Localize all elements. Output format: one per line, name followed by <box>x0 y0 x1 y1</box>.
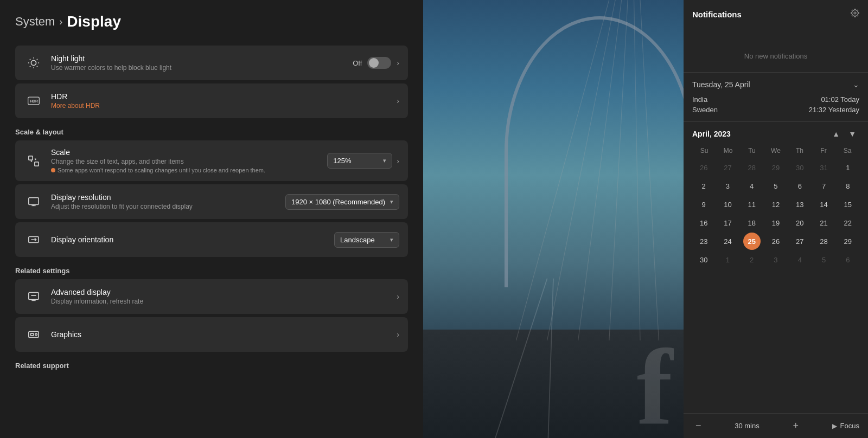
scale-setting[interactable]: Scale Change the size of text, apps, and… <box>15 140 408 181</box>
advanced-display-setting[interactable]: Advanced display Display information, re… <box>15 279 408 314</box>
hdr-control: › <box>397 96 399 105</box>
calendar-day[interactable]: 28 <box>815 233 833 250</box>
focus-plus-btn[interactable]: + <box>789 419 802 433</box>
related-support-header: Related support <box>15 362 408 370</box>
focus-label: Focus <box>840 422 859 430</box>
calendar-day[interactable]: 29 <box>839 233 857 250</box>
calendar-day[interactable]: 20 <box>791 214 808 231</box>
calendar-day[interactable]: 5 <box>767 177 784 195</box>
scale-control[interactable]: 125% ▾ › <box>327 153 399 169</box>
calendar-day[interactable]: 7 <box>815 177 833 195</box>
calendar-day[interactable]: 30 <box>695 251 712 268</box>
display-orientation-control[interactable]: Landscape ▾ <box>334 232 399 248</box>
calendar-day[interactable]: 26 <box>767 233 784 250</box>
display-orientation-info: Display orientation <box>51 235 327 244</box>
advanced-display-chevron: › <box>397 292 399 301</box>
calendar-day[interactable]: 11 <box>743 196 761 213</box>
night-light-setting[interactable]: Night light Use warmer colors to help bl… <box>15 46 408 80</box>
svg-line-29 <box>640 0 659 340</box>
calendar-day[interactable]: 6 <box>839 251 857 268</box>
scale-title: Scale <box>51 148 320 157</box>
calendar-day[interactable]: 9 <box>695 196 712 213</box>
calendar-day[interactable]: 29 <box>767 159 784 176</box>
calendar-day[interactable]: 1 <box>839 159 857 176</box>
hdr-info: HDR More about HDR <box>51 92 389 110</box>
calendar-day[interactable]: 21 <box>815 214 833 231</box>
date-header: Tuesday, 25 April ⌄ <box>692 80 859 89</box>
calendar-day[interactable]: 13 <box>791 196 808 213</box>
calendar-day[interactable]: 22 <box>839 214 857 231</box>
calendar-prev-btn[interactable]: ▲ <box>829 128 843 139</box>
display-resolution-control[interactable]: 1920 × 1080 (Recommended) ▾ <box>285 194 399 210</box>
calendar-day[interactable]: 30 <box>791 159 808 176</box>
svg-rect-12 <box>35 162 39 165</box>
calendar-day[interactable]: 15 <box>839 196 857 213</box>
calendar-day-name: Fr <box>812 145 835 157</box>
calendar-day[interactable]: 26 <box>695 159 712 176</box>
calendar-day[interactable]: 27 <box>791 233 808 250</box>
notifications-settings-icon[interactable] <box>851 9 859 20</box>
breadcrumb-system[interactable]: System <box>15 15 55 29</box>
svg-point-32 <box>854 12 856 14</box>
calendar-day[interactable]: 23 <box>695 233 712 250</box>
graphics-info: Graphics <box>51 330 389 339</box>
breadcrumb-separator: › <box>59 16 62 28</box>
night-light-toggle[interactable] <box>367 57 391 69</box>
calendar-day[interactable]: 12 <box>767 196 784 213</box>
display-orientation-dropdown[interactable]: Landscape ▾ <box>334 232 399 248</box>
calendar-day[interactable]: 6 <box>791 177 808 195</box>
advanced-display-title: Advanced display <box>51 288 389 297</box>
hdr-icon: HDR <box>24 91 43 111</box>
calendar-day[interactable]: 1 <box>719 251 736 268</box>
svg-rect-22 <box>31 333 34 336</box>
calendar-day[interactable]: 27 <box>719 159 736 176</box>
display-orientation-setting[interactable]: Display orientation Landscape ▾ <box>15 222 408 257</box>
calendar-day[interactable]: 2 <box>743 251 761 268</box>
calendar-day[interactable]: 24 <box>719 233 736 250</box>
calendar-day[interactable]: 10 <box>719 196 736 213</box>
calendar-day-name: We <box>764 145 788 157</box>
graphics-setting[interactable]: Graphics › <box>15 317 408 352</box>
night-light-control[interactable]: Off › <box>353 57 399 69</box>
resolution-value: 1920 × 1080 (Recommended) <box>291 198 385 206</box>
calendar-day[interactable]: 3 <box>767 251 784 268</box>
calendar-day[interactable]: 3 <box>719 177 736 195</box>
orientation-dropdown-arrow: ▾ <box>390 236 393 243</box>
timezone-rows: India01:02 TodaySweden21:32 Yesterday <box>692 95 859 114</box>
hdr-title: HDR <box>51 92 389 101</box>
scale-layout-header: Scale & layout <box>15 128 408 136</box>
calendar-day[interactable]: 14 <box>815 196 833 213</box>
date-chevron-icon[interactable]: ⌄ <box>853 80 859 89</box>
svg-line-31 <box>547 279 553 438</box>
calendar-nav: ▲ ▼ <box>829 128 859 139</box>
calendar-day-names: SuMoTuWeThFrSa <box>692 145 859 157</box>
calendar-day[interactable]: 19 <box>767 214 784 231</box>
calendar-day[interactable]: 18 <box>743 214 761 231</box>
focus-minus-btn[interactable]: − <box>692 419 705 433</box>
calendar-day[interactable]: 28 <box>743 159 761 176</box>
calendar-day[interactable]: 16 <box>695 214 712 231</box>
display-orientation-icon <box>24 230 43 249</box>
calendar-day[interactable]: 2 <box>695 177 712 195</box>
calendar-day[interactable]: 8 <box>839 177 857 195</box>
calendar-day[interactable]: 31 <box>815 159 833 176</box>
calendar-day[interactable]: 4 <box>791 251 808 268</box>
calendar-body[interactable]: 2627282930311234567891011121314151617181… <box>692 159 859 268</box>
display-resolution-dropdown[interactable]: 1920 × 1080 (Recommended) ▾ <box>285 194 399 210</box>
calendar-day[interactable]: 25 <box>743 233 761 250</box>
svg-text:HDR: HDR <box>30 99 38 103</box>
datetime-section: Tuesday, 25 April ⌄ India01:02 TodaySwed… <box>684 73 868 122</box>
display-resolution-setting[interactable]: Display resolution Adjust the resolution… <box>15 184 408 219</box>
calendar-day[interactable]: 17 <box>719 214 736 231</box>
hdr-setting[interactable]: HDR HDR More about HDR › <box>15 83 408 118</box>
calendar-day[interactable]: 5 <box>815 251 833 268</box>
scale-value: 125% <box>333 157 351 165</box>
calendar-day[interactable]: 4 <box>743 177 761 195</box>
calendar-day-name: Mo <box>716 145 740 157</box>
focus-start-btn[interactable]: ▶ Focus <box>832 422 859 430</box>
svg-rect-17 <box>29 293 39 300</box>
scale-dropdown[interactable]: 125% ▾ <box>327 153 392 169</box>
calendar-next-btn[interactable]: ▼ <box>845 128 859 139</box>
svg-line-3 <box>30 59 30 60</box>
hdr-subtitle-link[interactable]: More about HDR <box>51 102 389 110</box>
